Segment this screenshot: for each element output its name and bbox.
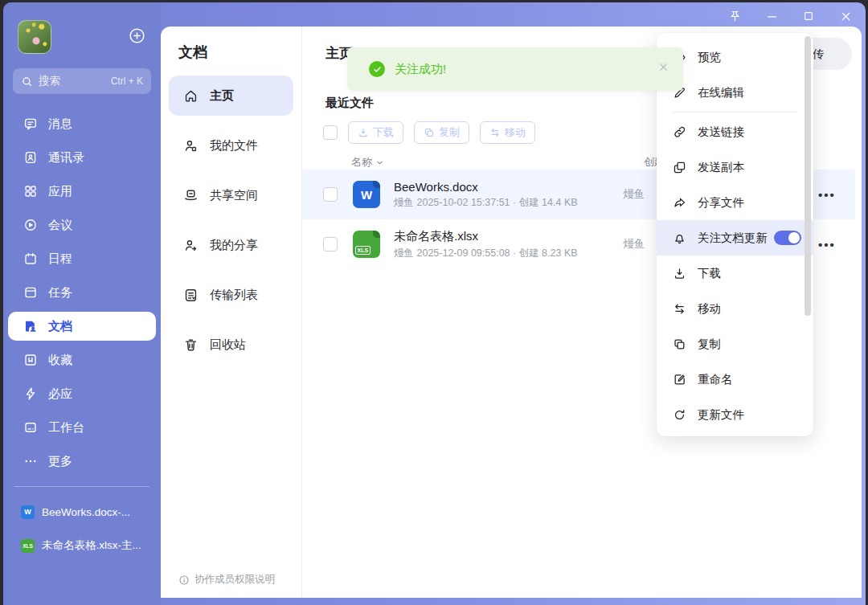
menu-item-send-link[interactable]: 发送链接	[657, 114, 813, 149]
info-icon	[178, 574, 190, 586]
word-file-icon: W	[21, 505, 35, 519]
docs-nav-trash[interactable]: 回收站	[161, 320, 301, 370]
menu-item-rename[interactable]: 重命名	[657, 362, 813, 397]
menu-item-label: 关注文档更新	[698, 231, 768, 246]
sidebar-item-contacts[interactable]: 通讯录	[3, 141, 161, 174]
row-more-button[interactable]: •••	[818, 238, 836, 251]
menu-item-label: 分享文件	[698, 195, 744, 211]
sidebar-item-messages[interactable]: 消息	[3, 107, 161, 141]
my-files-icon	[183, 138, 199, 153]
menu-item-label: 发送副本	[698, 160, 744, 175]
docs-nav-my-shares[interactable]: 我的分享	[161, 220, 301, 270]
sidebar-item-label: 文档	[48, 319, 72, 334]
maximize-icon[interactable]	[800, 7, 817, 25]
menu-item-send-copy[interactable]: 发送副本	[657, 149, 813, 185]
sidebar-item-label: 必应	[48, 386, 72, 402]
move-button[interactable]: 移动	[480, 121, 535, 144]
word-file-icon: W	[353, 181, 380, 208]
collab-permission-link[interactable]: 协作成员权限说明	[178, 573, 275, 587]
link-icon	[673, 125, 686, 139]
sidebar-item-meeting[interactable]: 会议	[3, 208, 161, 242]
close-icon[interactable]	[837, 7, 854, 25]
recent-doc-label: BeeWorks.docx-...	[42, 506, 130, 518]
file-name[interactable]: 未命名表格.xlsx	[394, 229, 578, 244]
pin-icon[interactable]	[726, 7, 743, 25]
download-icon	[673, 267, 686, 280]
copy-icon	[673, 337, 686, 351]
minimize-icon[interactable]	[763, 7, 780, 25]
download-label: 下载	[373, 125, 394, 140]
trash-icon	[183, 337, 199, 353]
row-checkbox[interactable]	[323, 237, 338, 251]
menu-item-label: 重命名	[698, 372, 733, 387]
file-creator: 熳鱼	[623, 187, 645, 202]
menu-item-follow-doc-updates[interactable]: 关注文档更新	[657, 220, 813, 255]
follow-updates-toggle[interactable]	[774, 231, 801, 245]
sidebar-divider	[14, 486, 149, 487]
copy-icon	[424, 127, 435, 138]
copy-button[interactable]: 复制	[414, 121, 469, 144]
menu-item-label: 更新文件	[698, 407, 744, 423]
user-avatar[interactable]	[18, 20, 51, 54]
toast-close-icon[interactable]	[657, 61, 669, 77]
row-more-button[interactable]: •••	[818, 188, 836, 202]
collab-permission-label: 协作成员权限说明	[194, 573, 275, 587]
sidebar-nav: 消息 通讯录 应用 会议 日程 任务	[3, 107, 161, 478]
my-shares-icon	[183, 238, 199, 253]
docs-nav-shared-space[interactable]: 共享空间	[161, 170, 301, 220]
sidebar-item-tasks[interactable]: 任务	[3, 276, 161, 309]
move-icon	[489, 127, 501, 138]
select-all-checkbox[interactable]	[323, 125, 338, 140]
recent-doc-link[interactable]: W BeeWorks.docx-...	[3, 495, 161, 529]
sidebar-item-label: 通讯录	[48, 150, 84, 166]
chevron-down-icon	[375, 158, 384, 167]
docs-nav-transfer-list[interactable]: 传输列表	[161, 270, 301, 320]
move-icon	[673, 302, 686, 316]
menu-item-update-file[interactable]: 更新文件	[657, 397, 813, 432]
sidebar-item-docs[interactable]: 文档	[8, 312, 156, 341]
docs-nav-label: 我的分享	[210, 238, 258, 253]
file-creator: 熳鱼	[623, 237, 645, 251]
search-placeholder: 搜索	[39, 74, 105, 88]
sidebar-item-more[interactable]: 更多	[3, 444, 161, 478]
home-icon	[183, 88, 199, 104]
docs-icon	[23, 319, 38, 333]
send-copy-icon	[673, 161, 686, 174]
sidebar-item-label: 应用	[48, 184, 72, 199]
sidebar-item-label: 日程	[48, 251, 72, 267]
app-window: 搜索 Ctrl + K 消息 通讯录 应用 会议 日程	[3, 2, 866, 605]
download-button[interactable]: 下载	[348, 121, 403, 144]
file-name[interactable]: BeeWorks.docx	[394, 180, 578, 194]
search-input[interactable]: 搜索 Ctrl + K	[13, 68, 151, 94]
task-icon	[23, 285, 38, 300]
sidebar-item-favorites[interactable]: 收藏	[3, 343, 161, 377]
menu-item-download[interactable]: 下载	[657, 255, 813, 291]
sidebar-item-schedule[interactable]: 日程	[3, 242, 161, 276]
add-icon[interactable]	[128, 27, 146, 48]
sidebar-item-apps[interactable]: 应用	[3, 174, 161, 208]
row-checkbox[interactable]	[323, 187, 338, 202]
menu-item-label: 下载	[698, 266, 721, 281]
sidebar-item-bing[interactable]: 必应	[3, 377, 161, 411]
success-check-icon	[369, 61, 385, 77]
copy-label: 复制	[439, 125, 460, 140]
toast-message: 关注成功!	[395, 62, 657, 77]
menu-item-copy[interactable]: 复制	[657, 326, 813, 362]
menu-item-share-file[interactable]: 分享文件	[657, 185, 813, 220]
primary-sidebar: 搜索 Ctrl + K 消息 通讯录 应用 会议 日程	[3, 2, 161, 605]
refresh-icon	[673, 408, 686, 422]
docs-nav-home[interactable]: 主页	[169, 76, 293, 116]
workbench-icon	[23, 420, 38, 435]
column-name[interactable]: 名称	[351, 155, 384, 170]
menu-scrollbar[interactable]	[805, 36, 811, 316]
sidebar-item-workbench[interactable]: 工作台	[3, 411, 161, 444]
recent-sheet-link[interactable]: XLS 未命名表格.xlsx-主...	[3, 529, 161, 562]
apps-grid-icon	[23, 184, 38, 198]
docs-title: 文档	[178, 43, 301, 62]
sidebar-item-label: 收藏	[48, 353, 72, 368]
docs-nav-my-files[interactable]: 我的文件	[161, 121, 301, 170]
shared-space-icon	[183, 188, 199, 203]
search-shortcut: Ctrl + K	[111, 76, 143, 87]
menu-item-move[interactable]: 移动	[657, 291, 813, 326]
sidebar-item-label: 消息	[48, 117, 72, 132]
